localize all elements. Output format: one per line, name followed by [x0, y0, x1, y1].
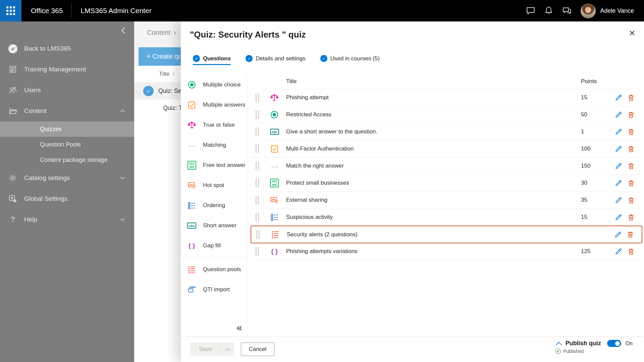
breadcrumb-label[interactable]: Content [147, 29, 170, 37]
sidebar-item-global-settings[interactable]: AGlobal Settings [0, 188, 134, 209]
sidebar-subitem-content-package-storage[interactable]: Content package storage [0, 152, 134, 168]
edit-button[interactable] [614, 231, 622, 239]
delete-button[interactable] [627, 214, 635, 221]
delete-button[interactable] [627, 231, 634, 238]
delete-button[interactable] [627, 111, 635, 119]
drag-handle[interactable] [251, 179, 266, 187]
edit-button[interactable] [614, 213, 623, 221]
question-title: Security alerts (2 questions) [284, 231, 573, 238]
delete-button[interactable] [627, 94, 635, 102]
sidebar-subitem-question-pools[interactable]: Question Pools [0, 137, 134, 152]
sidebar-item-content[interactable]: Content [0, 101, 134, 121]
title-column-header[interactable]: Title [159, 71, 170, 77]
edit-button[interactable] [614, 94, 623, 102]
sidebar-item-back-to-lms365[interactable]: Back to LMS365 [0, 38, 134, 59]
trash-icon [627, 111, 635, 119]
edit-button[interactable] [614, 247, 623, 255]
delete-button[interactable] [627, 179, 635, 187]
menu-item-qti-import[interactable]: QTI import [181, 280, 247, 300]
drag-handle[interactable] [251, 230, 266, 239]
sidebar-item-catalog-settings[interactable]: Catalog settings [0, 168, 134, 188]
published-status-label: Published [563, 349, 584, 354]
publish-toggle[interactable] [607, 340, 621, 347]
tab-label: Questions [203, 55, 231, 62]
tab-details-and-settings[interactable]: ✓ Details and settings [246, 53, 305, 65]
sidebar-item-help[interactable]: ?Help [0, 209, 134, 230]
people-icon [8, 86, 17, 95]
topbar-divider [71, 4, 72, 18]
question-row: Security alerts (2 questions) [251, 226, 642, 243]
questions-table: Title Points Phishing attempt15Restricte… [251, 74, 642, 260]
sidebar-subitem-label: Quizzes [40, 126, 62, 133]
edit-button[interactable] [614, 111, 623, 119]
drag-handle[interactable] [251, 127, 266, 136]
drag-handle[interactable] [251, 162, 266, 170]
close-button[interactable]: × [629, 27, 635, 38]
menu-divider [181, 257, 247, 258]
menu-item-ordering[interactable]: Ordering [181, 195, 247, 216]
drag-handle[interactable] [251, 144, 266, 153]
delete-button[interactable] [627, 248, 635, 255]
delete-button[interactable] [627, 145, 635, 153]
menu-item-free-text-answer[interactable]: AbcdefFree text answer [181, 155, 247, 175]
office-365-link[interactable]: Office 365 [31, 7, 63, 15]
abc-icon: Abc [187, 223, 196, 229]
publish-quiz-label[interactable]: Publish quiz [566, 340, 601, 347]
sidebar-subitem-quizzes[interactable]: Quizzes [0, 121, 134, 137]
edit-button[interactable] [614, 196, 623, 204]
save-options-button[interactable] [221, 343, 234, 356]
tab-questions[interactable]: ✓ Questions [193, 53, 231, 65]
braces-icon: { } [271, 248, 278, 255]
menu-item-label: Short answer [203, 222, 236, 229]
chat-button[interactable] [522, 0, 540, 21]
user-name[interactable]: Adele Vance [600, 7, 634, 14]
sort-ascending-icon[interactable]: ↑ [172, 71, 175, 77]
menu-item-label: Free text answer [203, 162, 246, 169]
drag-handle[interactable] [251, 93, 266, 102]
ordered-list-icon [270, 213, 279, 222]
sidebar-item-label: Global Settings [24, 195, 67, 202]
help-icon: ? [11, 215, 15, 224]
edit-button[interactable] [614, 128, 623, 136]
menu-item-true-or-false[interactable]: True or false [181, 115, 247, 135]
sidebar-item-label: Content [24, 107, 47, 115]
menu-item-question-pools[interactable]: Question pools [181, 259, 247, 280]
question-row: →←Match the right answer150 [251, 158, 642, 175]
cancel-button[interactable]: Cancel [241, 343, 274, 356]
feedback-button[interactable] [558, 0, 576, 21]
delete-button[interactable] [627, 196, 635, 204]
drag-handle[interactable] [251, 110, 266, 119]
delete-button[interactable] [627, 128, 635, 136]
notifications-button[interactable] [540, 0, 558, 21]
app-launcher-button[interactable] [0, 0, 21, 21]
sidebar-collapse-button[interactable] [118, 25, 128, 36]
delete-button[interactable] [627, 162, 635, 170]
question-points: 15 [574, 94, 610, 101]
drag-handle[interactable] [251, 196, 266, 204]
menu-item-gap-fill[interactable]: { }Gap fill [181, 236, 247, 256]
sidebar-item-training-management[interactable]: Training Management [0, 59, 134, 80]
drag-handle[interactable] [251, 213, 266, 222]
breadcrumb[interactable]: Content › [147, 29, 176, 37]
drag-handle[interactable] [251, 247, 266, 256]
chevron-down-icon [120, 218, 125, 222]
sidebar-item-users[interactable]: Users [0, 80, 134, 101]
save-button[interactable]: Save [190, 343, 220, 356]
menu-item-multiple-choice[interactable]: Multiple choice [181, 75, 247, 95]
question-row: External sharing35 [251, 192, 642, 209]
edit-button[interactable] [614, 179, 623, 187]
edit-button[interactable] [614, 162, 623, 170]
collapse-menu-button[interactable]: « [236, 322, 242, 333]
svg-text:A: A [11, 196, 13, 200]
tab-used-in-courses[interactable]: ✓ Used in courses (5) [320, 53, 380, 65]
edit-button[interactable] [614, 145, 623, 153]
user-avatar[interactable] [581, 3, 596, 18]
menu-item-matching[interactable]: →←Matching [181, 135, 247, 155]
menu-item-label: QTI import [203, 286, 230, 293]
question-title: Restricted Access [283, 111, 574, 118]
quiz-dialog: "Quiz: Security Alerts " quiz × ✓ Questi… [181, 21, 644, 362]
menu-item-short-answer[interactable]: AbcShort answer [181, 216, 247, 236]
chevron-up-icon[interactable] [555, 341, 562, 346]
menu-item-multiple-answers[interactable]: Multiple answers [181, 95, 247, 115]
menu-item-hot-spot[interactable]: Hot spot [181, 175, 247, 195]
